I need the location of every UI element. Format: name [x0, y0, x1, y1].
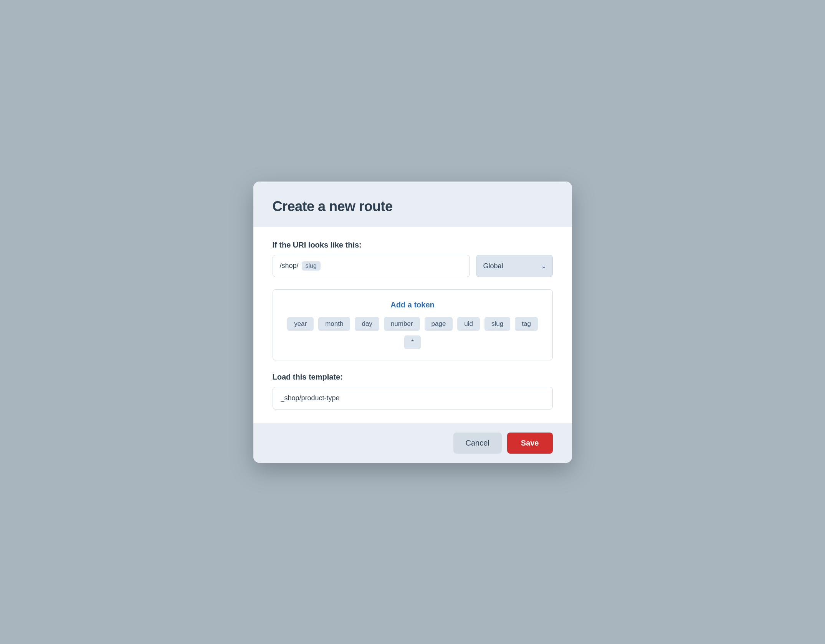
token-section: Add a token year month day number page u…	[273, 289, 553, 360]
modal-footer: Cancel Save	[253, 423, 572, 463]
token-month[interactable]: month	[318, 317, 350, 331]
scope-select-wrapper: Global Local Custom ⌄	[476, 255, 553, 277]
token-tag[interactable]: tag	[515, 317, 538, 331]
save-button[interactable]: Save	[507, 433, 553, 454]
token-day[interactable]: day	[355, 317, 379, 331]
template-section: Load this template:	[273, 373, 553, 410]
uri-section-label: If the URI looks like this:	[273, 241, 553, 249]
scope-select[interactable]: Global Local Custom	[476, 255, 553, 277]
uri-input-box[interactable]: /shop/ slug	[273, 255, 470, 277]
token-year[interactable]: year	[287, 317, 314, 331]
modal-header: Create a new route	[253, 182, 572, 227]
token-uid[interactable]: uid	[457, 317, 480, 331]
template-section-label: Load this template:	[273, 373, 553, 381]
uri-prefix: /shop/	[280, 262, 299, 270]
uri-token-badge: slug	[302, 261, 321, 271]
modal-dialog: Create a new route If the URI looks like…	[253, 182, 572, 463]
token-wildcard[interactable]: *	[404, 335, 421, 349]
token-section-title: Add a token	[282, 301, 543, 309]
token-slug[interactable]: slug	[484, 317, 510, 331]
template-input[interactable]	[273, 387, 553, 410]
modal-title: Create a new route	[273, 198, 553, 215]
uri-row: /shop/ slug Global Local Custom ⌄	[273, 255, 553, 277]
token-number[interactable]: number	[384, 317, 420, 331]
modal-body: If the URI looks like this: /shop/ slug …	[253, 227, 572, 423]
uri-section: If the URI looks like this: /shop/ slug …	[273, 241, 553, 277]
token-page[interactable]: page	[425, 317, 453, 331]
token-list: year month day number page uid slug tag …	[282, 317, 543, 349]
cancel-button[interactable]: Cancel	[453, 433, 502, 454]
